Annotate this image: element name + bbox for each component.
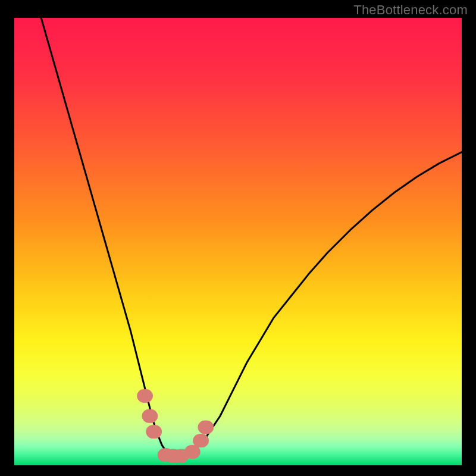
curve-markers xyxy=(137,389,214,462)
curve-layer xyxy=(14,18,462,465)
curve-marker xyxy=(146,425,162,439)
watermark-text: TheBottleneck.com xyxy=(353,2,468,18)
curve-marker xyxy=(137,389,153,402)
chart-frame: TheBottleneck.com xyxy=(0,0,476,476)
bottleneck-curve xyxy=(41,18,462,456)
plot-area xyxy=(14,18,462,465)
curve-marker xyxy=(193,434,209,447)
curve-marker xyxy=(198,421,214,434)
curve-marker xyxy=(184,445,200,458)
curve-marker xyxy=(142,409,158,422)
